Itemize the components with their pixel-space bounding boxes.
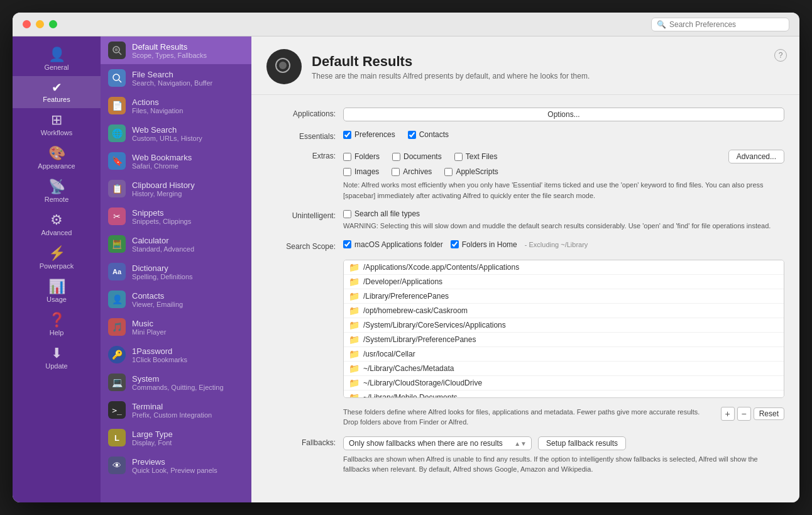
nav-item-title-previews: Previews	[132, 457, 217, 467]
search-input[interactable]	[669, 20, 784, 29]
sidebar-item-usage[interactable]: 📊 Usage	[13, 275, 101, 308]
file-search-icon	[108, 69, 126, 87]
nav-item-calculator[interactable]: 🧮 Calculator Standard, Advanced	[101, 230, 251, 258]
nav-item-actions[interactable]: 📄 Actions Files, Navigation	[101, 92, 251, 119]
nav-item-contacts[interactable]: 👤 Contacts Viewer, Emailing	[101, 285, 251, 313]
reset-button[interactable]: Reset	[754, 407, 784, 420]
folder-item-4[interactable]: 📁 /System/Library/CoreServices/Applicati…	[344, 318, 784, 333]
contacts-checkbox-row[interactable]: Contacts	[408, 130, 449, 139]
folder-item-2[interactable]: 📁 /Library/PreferencePanes	[344, 289, 784, 304]
sidebar-item-workflows[interactable]: ⊞ Workflows	[13, 108, 101, 141]
search-scope-content: macOS Applications folder Folders in Hom…	[343, 240, 784, 249]
sidebar-label-advanced: Advanced	[41, 229, 72, 236]
sidebar-item-advanced[interactable]: ⚙ Advanced	[13, 208, 101, 241]
nav-item-file-search[interactable]: File Search Search, Navigation, Buffer	[101, 64, 251, 92]
folders-home-row[interactable]: Folders in Home	[451, 240, 517, 249]
nav-item-dictionary[interactable]: Aa Dictionary Spelling, Definitions	[101, 258, 251, 285]
folder-item-7[interactable]: 📁 ~/Library/Caches/Metadata	[344, 362, 784, 376]
search-scope-row: Search Scope: macOS Applications folder …	[266, 240, 784, 251]
panel-icon	[266, 49, 302, 84]
documents-checkbox-row[interactable]: Documents	[392, 152, 442, 161]
remove-folder-button[interactable]: −	[737, 407, 751, 421]
folder-item-3[interactable]: 📁 /opt/homebrew-cask/Caskroom	[344, 304, 784, 318]
nav-item-system[interactable]: 💻 System Commands, Quitting, Ejecting	[101, 368, 251, 396]
folder-item-1[interactable]: 📁 /Developer/Applications	[344, 275, 784, 289]
images-checkbox-row[interactable]: Images	[343, 167, 379, 176]
nav-item-sub-file-search: Search, Navigation, Buffer	[132, 79, 212, 87]
nav-item-terminal[interactable]: >_ Terminal Prefix, Custom Integration	[101, 396, 251, 424]
folder-item-5[interactable]: 📁 /System/Library/PreferencePanes	[344, 333, 784, 347]
nav-item-text-system: System Commands, Quitting, Ejecting	[132, 374, 224, 391]
preferences-checkbox-row[interactable]: Preferences	[343, 130, 395, 139]
sidebar-item-update[interactable]: ⬇ Update	[13, 341, 101, 375]
search-all-file-types-checkbox[interactable]	[343, 210, 351, 218]
fallback-select-wrap[interactable]: Only show fallbacks when there are no re…	[343, 436, 532, 450]
minimize-button[interactable]	[36, 20, 44, 28]
sidebar-item-general[interactable]: 👤 General	[13, 43, 101, 76]
text-files-checkbox[interactable]	[454, 153, 463, 161]
extras-content: Folders Documents Text Files Advanced...	[343, 150, 784, 201]
nav-item-sub-default-results: Scope, Types, Fallbacks	[132, 52, 207, 59]
sidebar-item-help[interactable]: ❓ Help	[13, 308, 101, 341]
sidebar-item-powerpack[interactable]: ⚡ Powerpack	[13, 241, 101, 275]
maximize-button[interactable]	[49, 20, 57, 28]
options-button[interactable]: Options...	[343, 108, 784, 121]
sidebar-item-appearance[interactable]: 🎨 Appearance	[13, 141, 101, 175]
nav-item-snippets[interactable]: ✂ Snippets Snippets, Clippings	[101, 202, 251, 230]
sidebar-item-remote[interactable]: 📡 Remote	[13, 175, 101, 208]
applescripts-checkbox-row[interactable]: AppleScripts	[444, 167, 498, 176]
documents-checkbox[interactable]	[392, 153, 400, 161]
nav-item-web-bookmarks[interactable]: 🔖 Web Bookmarks Safari, Chrome	[101, 147, 251, 175]
folders-home-checkbox[interactable]	[451, 240, 459, 248]
nav-item-clipboard-history[interactable]: 📋 Clipboard History History, Merging	[101, 175, 251, 202]
folders-home-label: Folders in Home	[462, 240, 517, 249]
close-button[interactable]	[23, 20, 31, 28]
essentials-content: Preferences Contacts	[343, 130, 784, 139]
fallback-select[interactable]: Only show fallbacks when there are no re…	[343, 436, 532, 450]
preferences-checkbox[interactable]	[343, 131, 351, 139]
folder-item-8[interactable]: 📁 ~/Library/CloudStorage/iCloudDrive	[344, 376, 784, 390]
search-all-file-types-row[interactable]: Search all file types	[343, 209, 784, 218]
nav-item-previews[interactable]: 👁 Previews Quick Look, Preview panels	[101, 451, 251, 479]
advanced-button[interactable]: Advanced...	[728, 150, 784, 163]
images-checkbox[interactable]	[343, 168, 351, 176]
folder-icon-6: 📁	[349, 349, 359, 359]
folders-checkbox[interactable]	[343, 153, 351, 161]
macos-applications-checkbox[interactable]	[343, 240, 351, 248]
nav-item-music[interactable]: 🎵 Music Mini Player	[101, 313, 251, 341]
unintelligent-warning: WARNING: Selecting this will slow down a…	[343, 221, 784, 231]
sidebar-item-features[interactable]: ✔ Features	[13, 76, 101, 108]
folder-item-9[interactable]: 📁 ~/Library/Mobile Documents	[344, 390, 784, 398]
nav-item-sub-dictionary: Spelling, Definitions	[132, 273, 193, 280]
setup-fallback-button[interactable]: Setup fallback results	[538, 436, 626, 450]
folder-icon-8: 📁	[349, 378, 359, 388]
text-files-checkbox-row[interactable]: Text Files	[454, 152, 498, 161]
dictionary-icon: Aa	[108, 263, 126, 280]
macos-applications-row[interactable]: macOS Applications folder	[343, 240, 443, 249]
nav-item-web-search[interactable]: 🌐 Web Search Custom, URLs, History	[101, 119, 251, 147]
sidebar-label-usage: Usage	[47, 296, 67, 303]
applications-label: Applications:	[266, 108, 336, 118]
applescripts-checkbox[interactable]	[444, 168, 453, 176]
folders-checkbox-row[interactable]: Folders	[343, 152, 380, 161]
search-icon: 🔍	[657, 20, 666, 29]
folder-item-6[interactable]: 📁 /usr/local/Cellar	[344, 347, 784, 362]
nav-item-large-type[interactable]: L Large Type Display, Font	[101, 424, 251, 451]
nav-item-title-dictionary: Dictionary	[132, 263, 193, 273]
nav-item-1password[interactable]: 🔑 1Password 1Click Bookmarks	[101, 341, 251, 368]
nav-item-default-results[interactable]: Default Results Scope, Types, Fallbacks	[101, 36, 251, 64]
contacts-checkbox[interactable]	[408, 131, 416, 139]
archives-checkbox-row[interactable]: Archives	[392, 167, 432, 176]
archives-checkbox[interactable]	[392, 168, 400, 176]
folder-path-8: ~/Library/CloudStorage/iCloudDrive	[363, 379, 482, 387]
search-bar[interactable]: 🔍	[651, 18, 789, 31]
help-button[interactable]: ?	[774, 49, 787, 62]
nav-item-sub-terminal: Prefix, Custom Integration	[132, 411, 212, 419]
folder-item-0[interactable]: 📁 /Applications/Xcode.app/Contents/Appli…	[344, 260, 784, 275]
essentials-checkboxes: Preferences Contacts	[343, 130, 784, 139]
panel-body: Applications: Options... Essentials: Pre…	[251, 95, 799, 487]
documents-label: Documents	[403, 152, 442, 161]
sidebar: 👤 General ✔ Features ⊞ Workflows 🎨 Appea…	[13, 36, 101, 502]
nav-item-text-contacts: Contacts Viewer, Emailing	[132, 291, 183, 308]
add-folder-button[interactable]: +	[721, 407, 735, 421]
